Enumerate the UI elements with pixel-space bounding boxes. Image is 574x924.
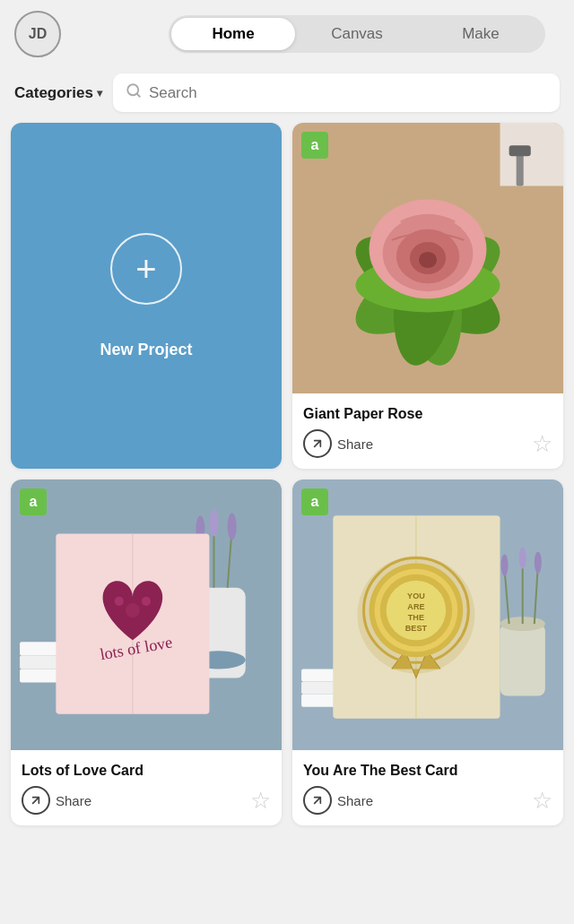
projects-grid: + New Project: [0, 123, 574, 843]
best-card-image: YOU ARE THE BEST: [292, 479, 563, 750]
svg-point-31: [115, 597, 124, 606]
search-bar: [113, 73, 560, 112]
svg-point-43: [501, 555, 509, 576]
new-project-label: New Project: [100, 341, 192, 359]
share-button-love[interactable]: Share: [22, 786, 91, 815]
new-project-card[interactable]: + New Project: [11, 123, 282, 469]
share-icon: [303, 429, 332, 458]
svg-text:ARE: ARE: [407, 602, 424, 611]
card-image-wrapper-best: YOU ARE THE BEST a: [292, 479, 563, 754]
svg-point-12: [419, 252, 437, 268]
search-input[interactable]: [149, 84, 547, 102]
categories-button[interactable]: Categories ▾: [14, 84, 102, 102]
plus-circle: +: [110, 233, 182, 305]
share-label: Share: [337, 436, 373, 452]
share-label-best: Share: [337, 793, 373, 808]
categories-arrow-icon: ▾: [97, 87, 102, 99]
card-giant-paper-rose: a Giant Paper Rose Share ☆: [292, 123, 563, 469]
affiliate-badge: a: [301, 132, 328, 159]
card-footer-love: Lots of Love Card Share ☆: [11, 754, 282, 825]
categories-label: Categories: [14, 84, 93, 102]
affiliate-badge-best: a: [301, 488, 328, 515]
svg-point-24: [228, 513, 237, 540]
card-lots-of-love: lots of love a Lots of Love Card Share ☆: [11, 479, 282, 825]
svg-text:THE: THE: [408, 613, 424, 622]
card-image-wrapper-love: lots of love a: [11, 479, 282, 754]
search-section: Categories ▾: [0, 66, 574, 123]
card-actions-best: Share ☆: [303, 786, 552, 815]
svg-rect-15: [509, 145, 531, 156]
card-footer: Giant Paper Rose Share ☆: [292, 397, 563, 469]
favorite-button-love[interactable]: ☆: [250, 789, 271, 812]
svg-line-1: [136, 93, 139, 96]
search-icon: [126, 82, 142, 103]
card-title-best: You Are The Best Card: [303, 763, 552, 779]
card-actions: Share ☆: [303, 429, 552, 458]
svg-text:YOU: YOU: [407, 592, 425, 600]
tab-canvas[interactable]: Canvas: [295, 18, 419, 50]
share-icon-love: [22, 786, 50, 815]
favorite-button[interactable]: ☆: [532, 432, 552, 455]
favorite-button-best[interactable]: ☆: [532, 789, 552, 812]
share-button[interactable]: Share: [303, 429, 373, 458]
card-you-are-best: YOU ARE THE BEST a You Are The Best Card…: [292, 479, 563, 825]
share-label-love: Share: [56, 793, 91, 808]
svg-rect-38: [500, 624, 545, 696]
svg-point-32: [142, 597, 151, 606]
rose-image: [292, 123, 563, 393]
avatar[interactable]: JD: [14, 11, 61, 57]
card-footer-best: You Are The Best Card Share ☆: [292, 754, 563, 825]
tab-home[interactable]: Home: [171, 18, 295, 50]
share-button-best[interactable]: Share: [303, 786, 373, 815]
card-title-love: Lots of Love Card: [22, 763, 271, 779]
card-image-wrapper: a: [292, 123, 563, 397]
card-actions-love: Share ☆: [22, 786, 271, 815]
svg-point-30: [126, 603, 140, 617]
card-title: Giant Paper Rose: [303, 406, 552, 422]
nav-tabs: Home Canvas Make: [169, 15, 545, 53]
plus-icon: +: [135, 251, 156, 287]
svg-text:BEST: BEST: [405, 624, 428, 633]
header: JD Home Canvas Make: [0, 0, 574, 66]
tab-make[interactable]: Make: [419, 18, 543, 50]
love-card-image: lots of love: [11, 479, 282, 750]
affiliate-badge-love: a: [20, 488, 47, 515]
share-icon-best: [303, 786, 332, 815]
svg-point-23: [209, 509, 218, 536]
svg-point-44: [519, 548, 526, 569]
svg-point-45: [535, 552, 542, 574]
